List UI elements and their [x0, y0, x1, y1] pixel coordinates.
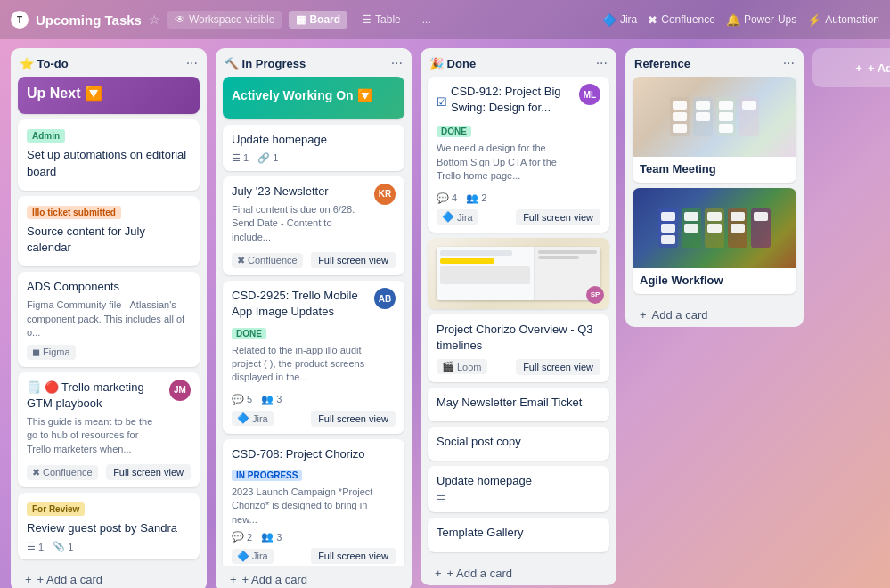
card-sandra-label: For Review [27, 502, 85, 516]
table-view-button[interactable]: ☰ Table [355, 11, 408, 29]
card-sandra-attachment: 📎 1 [53, 541, 73, 552]
card-gtm-avatar: JM [169, 380, 191, 401]
card-screenshot[interactable]: SP [428, 238, 609, 309]
card-708-comments: 💬 2 [232, 531, 252, 543]
jira-button[interactable]: 🔷 Jira [602, 13, 637, 27]
card-illo-title: Source content for July calendar [27, 224, 191, 256]
members-icon3: 👥 [466, 192, 478, 204]
card-uh-title: Update homepage [232, 132, 396, 148]
star-icon[interactable]: ☆ [149, 12, 160, 27]
card-2925-source: 🔷 Jira [232, 411, 274, 426]
card-project-chorizo[interactable]: Project Chorizo Overview - Q3 timelines … [428, 314, 609, 382]
confluence-icon: ✖ [32, 467, 40, 478]
card-up-next[interactable]: Up Next 🔽 [18, 77, 200, 114]
confluence-icon2: ✖ [237, 255, 245, 266]
card-update-homepage-ip[interactable]: Update homepage ☰ 1 🔗 1 [223, 125, 404, 171]
automation-button[interactable]: ⚡ Automation [807, 13, 879, 27]
card-csd-2925[interactable]: CSD-2925: Trello Mobile App Image Update… [223, 281, 404, 434]
confluence-button[interactable]: ✖ Confluence [648, 13, 715, 27]
card-912-status: DONE [437, 126, 471, 137]
card-uhd-title: Update homepage [437, 473, 600, 489]
card-csd-708[interactable]: CSD-708: Project Chorizo IN PROGRESS 202… [223, 439, 404, 566]
column-done-menu[interactable]: ··· [596, 55, 608, 71]
agile-miniboard [651, 201, 778, 255]
card-update-homepage-done[interactable]: Update homepage ☰ [428, 466, 609, 512]
card-2925-status: DONE [232, 328, 266, 339]
board-view-button[interactable]: ▦ Board [289, 11, 347, 29]
card-illo[interactable]: Illo ticket submitted Source content for… [18, 196, 200, 266]
card-912-desc: We need a design for the Bottom Sign Up … [437, 142, 574, 183]
jira-icon: 🔷 [602, 13, 616, 27]
attachment-icon: 📎 [53, 541, 65, 552]
figma-icon: ◼ [32, 347, 40, 358]
table-icon: ☰ [362, 13, 372, 26]
visibility-button[interactable]: 👁 Workspace visible [167, 11, 282, 29]
column-inprogress-header: 🔨 In Progress ··· [216, 48, 412, 77]
card-708-title: CSD-708: Project Chorizo [232, 446, 396, 462]
card-csd-912[interactable]: ☑ CSD-912: Project Big Swing: Design for… [428, 77, 609, 233]
card-ads-desc: Figma Community file - Atlassian's compo… [27, 298, 191, 339]
card-gtm-desc: This guide is meant to be the go to hub … [27, 415, 164, 456]
inprogress-add-card[interactable]: + + Add a card [223, 568, 404, 588]
card-gtm-source: ✖ Confluence [27, 465, 98, 480]
card-template-gallery[interactable]: Template Gallery [428, 518, 609, 551]
card-chorizo-fullscreen[interactable]: Full screen view [516, 359, 600, 375]
card-912-comments: 💬 4 [437, 192, 457, 204]
card-gtm-title: 🗒️ 🔴 Trello marketing GTM playbook [27, 380, 164, 412]
card-sandra-checklist: ☰ 1 [27, 541, 44, 552]
card-chorizo-source: 🎬 Loom [437, 359, 487, 374]
checklist-icon: ☰ [27, 541, 36, 552]
add-icon4: + [640, 308, 647, 322]
card-admin-label: Admin [27, 129, 65, 143]
done-add-card[interactable]: + + Add a card [428, 561, 609, 585]
add-list-button[interactable]: + + Add another list [812, 48, 890, 87]
card-team-meeting[interactable]: Team Meeting [633, 77, 796, 183]
card-july-newsletter[interactable]: July '23 Newsletter Final content is due… [223, 176, 404, 275]
column-todo-menu[interactable]: ··· [186, 55, 198, 71]
card-912-fullscreen[interactable]: Full screen view [516, 209, 600, 225]
reference-add-card[interactable]: + Add a card [633, 303, 796, 327]
card-july-fullscreen[interactable]: Full screen view [311, 252, 396, 268]
add-icon3: + [435, 567, 442, 580]
card-team-meeting-title: Team Meeting [633, 157, 796, 183]
column-done-body: ☑ CSD-912: Project Big Swing: Design for… [421, 77, 616, 559]
card-708-desc: 2023 Launch Campaign *Project Chorizo* i… [232, 486, 396, 527]
card-gtm-fullscreen[interactable]: Full screen view [106, 464, 191, 480]
column-todo-body: Up Next 🔽 Admin Set up automations on ed… [11, 77, 207, 566]
card-review-sandra[interactable]: For Review Review guest post by Sandra ☰… [18, 493, 200, 559]
card-ads[interactable]: ADS Components Figma Community file - At… [18, 272, 200, 366]
card-708-fullscreen[interactable]: Full screen view [311, 548, 396, 564]
jira-icon2: 🔷 [237, 412, 249, 424]
card-trello-gtm[interactable]: 🗒️ 🔴 Trello marketing GTM playbook This … [18, 372, 200, 488]
column-todo-header: ⭐ To-do ··· [11, 48, 207, 77]
card-social-post[interactable]: Social post copy [428, 427, 609, 461]
card-uh-checklist: ☰ 1 [232, 152, 249, 164]
column-inprogress-menu[interactable]: ··· [391, 55, 403, 71]
card-tg-title: Template Gallery [437, 525, 600, 541]
members-icon2: 👥 [261, 531, 274, 543]
card-912-title: CSD-912: Project Big Swing: Design for..… [451, 84, 574, 116]
card-may-newsletter[interactable]: May Newsletter Email Ticket [428, 388, 609, 421]
card-agile-workflow[interactable]: Agile Workflow [633, 188, 796, 294]
card-actively-working[interactable]: Actively Working On 🔽 [223, 77, 404, 119]
card-708-source: 🔷 Jira [232, 549, 274, 564]
powerups-button[interactable]: 🔔 Power-Ups [726, 13, 796, 27]
column-inprogress: 🔨 In Progress ··· Actively Working On 🔽 … [216, 48, 412, 588]
card-illo-label: Illo ticket submitted [27, 206, 121, 219]
column-done-header: 🎉 Done ··· [421, 48, 616, 77]
todo-add-card[interactable]: + + Add a card [18, 568, 200, 588]
team-meeting-miniboard [663, 90, 766, 143]
card-2925-fullscreen[interactable]: Full screen view [311, 411, 396, 427]
card-ads-title: ADS Components [27, 279, 191, 295]
card-team-meeting-image [633, 77, 796, 157]
column-reference-menu[interactable]: ··· [783, 55, 795, 71]
more-views-button[interactable]: ... [415, 11, 438, 29]
jira-icon4: 🔷 [442, 211, 454, 223]
card-july-title: July '23 Newsletter [232, 184, 369, 200]
card-912-avatar: ML [579, 84, 600, 105]
card-admin[interactable]: Admin Set up automations on editorial bo… [18, 119, 200, 190]
column-reference-header: Reference ··· [625, 48, 804, 77]
column-reference-title: Reference [634, 57, 690, 70]
card-912-source: 🔷 Jira [437, 209, 478, 225]
card-2925-desc: Related to the in-app illo audit project… [232, 344, 369, 385]
